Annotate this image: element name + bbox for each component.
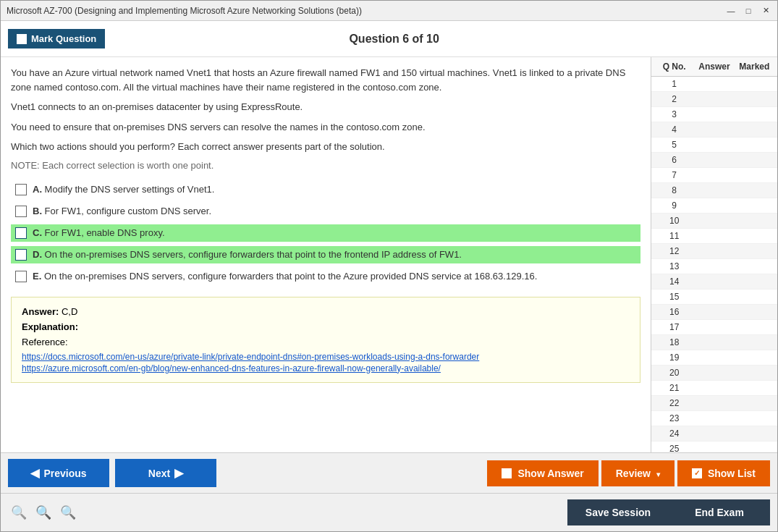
previous-button[interactable]: ◀ Previous	[8, 459, 109, 487]
toolbar: Mark Question Question 6 of 10	[1, 21, 777, 57]
sidebar-row[interactable]: 4	[651, 122, 777, 138]
option-c-checkbox[interactable]	[15, 227, 27, 239]
sidebar: Q No. Answer Marked 1 2 3 4 5 6	[651, 57, 777, 452]
question-note: NOTE: Each correct selection is worth on…	[11, 160, 640, 171]
sidebar-qno: 23	[654, 413, 694, 424]
sidebar-col-marked: Marked	[735, 62, 774, 72]
sidebar-answer	[694, 139, 734, 151]
options-area: A. Modify the DNS server settings of Vne…	[11, 181, 640, 285]
sidebar-row[interactable]: 10	[651, 214, 777, 229]
mark-checkbox-icon	[17, 34, 27, 44]
sidebar-answer	[694, 169, 734, 181]
sidebar-marked	[735, 93, 774, 105]
sidebar-row[interactable]: 23	[651, 411, 777, 426]
show-list-checkbox-icon: ✓	[692, 468, 702, 478]
minimize-button[interactable]: —	[725, 5, 737, 17]
review-button[interactable]: Review ▾	[601, 460, 675, 486]
sidebar-marked	[735, 397, 774, 409]
sidebar-qno: 18	[654, 337, 694, 348]
explanation-label: Explanation:	[22, 321, 78, 332]
question-paragraph3: You need to ensure that on-premises DNS …	[11, 120, 640, 135]
sidebar-row[interactable]: 12	[651, 244, 777, 259]
sidebar-answer	[694, 367, 734, 379]
sidebar-answer	[694, 109, 734, 120]
sidebar-qno: 7	[654, 169, 694, 181]
sidebar-qno: 17	[654, 321, 694, 333]
sidebar-row[interactable]: 7	[651, 168, 777, 183]
sidebar-header: Q No. Answer Marked	[651, 57, 777, 77]
sidebar-row[interactable]: 1	[651, 77, 777, 92]
window-title: Microsoft AZ-700 (Designing and Implemen…	[7, 6, 362, 16]
show-list-button[interactable]: ✓ Show List	[677, 460, 770, 486]
sidebar-qno: 25	[654, 443, 694, 452]
zoom-reset-button[interactable]: 🔍	[33, 503, 54, 522]
sidebar-marked	[735, 428, 774, 439]
sidebar-row[interactable]: 19	[651, 350, 777, 366]
sidebar-answer	[694, 200, 734, 211]
mark-question-button[interactable]: Mark Question	[8, 29, 105, 48]
sidebar-row[interactable]: 18	[651, 335, 777, 350]
sidebar-row[interactable]: 6	[651, 153, 777, 168]
sidebar-row[interactable]: 14	[651, 274, 777, 290]
sidebar-answer	[694, 352, 734, 363]
sidebar-row[interactable]: 15	[651, 290, 777, 305]
maximize-button[interactable]: □	[743, 5, 754, 17]
explanation-line: Explanation:	[22, 321, 630, 332]
zoom-in-button[interactable]: 🔍	[57, 503, 79, 522]
sidebar-marked	[735, 413, 774, 424]
answer-box: Answer: C,D Explanation: Reference: http…	[11, 297, 640, 383]
sidebar-qno: 3	[654, 109, 694, 120]
option-a-label: A. Modify the DNS server settings of Vne…	[33, 184, 214, 195]
close-button[interactable]: ✕	[760, 5, 771, 17]
sidebar-qno: 1	[654, 78, 694, 90]
next-button[interactable]: Next ▶	[115, 459, 216, 487]
sidebar-marked	[735, 200, 774, 211]
show-list-label: Show List	[708, 468, 756, 479]
sidebar-qno: 6	[654, 154, 694, 166]
sidebar-row[interactable]: 8	[651, 183, 777, 198]
end-exam-button[interactable]: End Exam	[669, 499, 770, 525]
sidebar-marked	[735, 352, 774, 363]
sidebar-marked	[735, 215, 774, 227]
zoom-out-button[interactable]: 🔍	[8, 503, 30, 522]
option-d-checkbox[interactable]	[15, 249, 27, 261]
sidebar-row[interactable]: 16	[651, 305, 777, 320]
show-answer-checkbox-icon	[502, 468, 512, 478]
reference-link-1[interactable]: https://docs.microsoft.com/en-us/azure/p…	[22, 352, 630, 362]
option-c-label: C. For FW1, enable DNS proxy.	[33, 227, 165, 238]
sidebar-row[interactable]: 13	[651, 259, 777, 274]
option-b-row: B. For FW1, configure custom DNS server.	[11, 203, 640, 220]
sidebar-row[interactable]: 3	[651, 107, 777, 122]
option-a-checkbox[interactable]	[15, 184, 27, 195]
show-answer-label: Show Answer	[517, 468, 583, 479]
reference-link-2[interactable]: https://azure.microsoft.com/en-gb/blog/n…	[22, 363, 630, 373]
sidebar-marked	[735, 185, 774, 196]
sidebar-col-answer: Answer	[694, 62, 734, 72]
sidebar-marked	[735, 382, 774, 394]
sidebar-row[interactable]: 22	[651, 396, 777, 411]
sidebar-row[interactable]: 25	[651, 442, 777, 452]
footer-bar: 🔍 🔍 🔍 Save Session End Exam	[1, 493, 777, 531]
sidebar-row[interactable]: 11	[651, 229, 777, 244]
end-exam-label: End Exam	[695, 507, 744, 518]
option-b-checkbox[interactable]	[15, 206, 27, 217]
sidebar-row[interactable]: 5	[651, 138, 777, 153]
sidebar-row[interactable]: 9	[651, 198, 777, 214]
sidebar-marked	[735, 337, 774, 348]
bottom-bar: ◀ Previous Next ▶ Show Answer Review ▾ ✓	[1, 452, 777, 493]
sidebar-row[interactable]: 24	[651, 426, 777, 442]
sidebar-row[interactable]: 2	[651, 92, 777, 107]
mark-question-label: Mark Question	[31, 33, 96, 44]
sidebar-row[interactable]: 21	[651, 381, 777, 396]
sidebar-row[interactable]: 20	[651, 366, 777, 381]
sidebar-answer	[694, 245, 734, 257]
sidebar-qno: 13	[654, 261, 694, 272]
sidebar-row[interactable]: 17	[651, 320, 777, 335]
sidebar-marked	[735, 139, 774, 151]
option-c-row: C. For FW1, enable DNS proxy.	[11, 224, 640, 242]
save-session-button[interactable]: Save Session	[567, 499, 669, 525]
sidebar-qno: 8	[654, 185, 694, 196]
show-answer-button[interactable]: Show Answer	[487, 460, 598, 486]
previous-arrow-icon: ◀	[30, 466, 39, 480]
option-e-checkbox[interactable]	[15, 271, 27, 282]
